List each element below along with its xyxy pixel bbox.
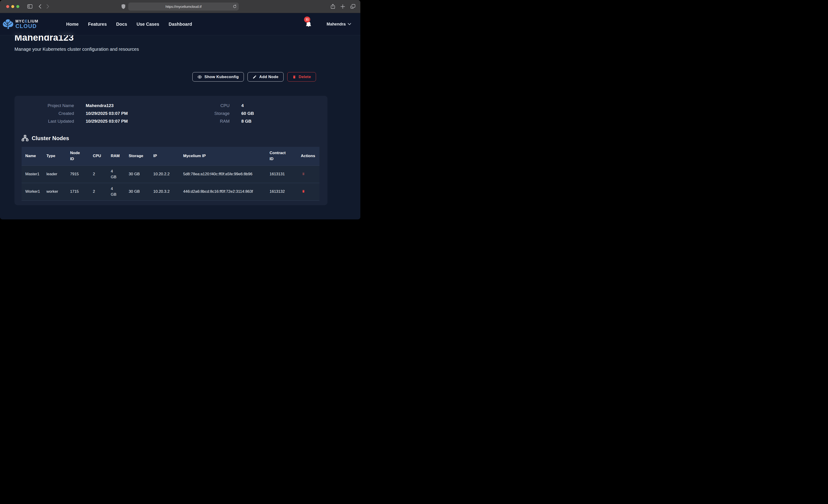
nav-link-home[interactable]: Home [66, 22, 79, 27]
column-header-cpu: CPU [93, 147, 111, 165]
mycelium-cloud-logo-icon [2, 19, 14, 30]
nodes-table-body: Master1leader791524 GB30 GB10.20.2.25d8:… [22, 165, 320, 200]
nav-link-features[interactable]: Features [88, 22, 107, 27]
cluster-nodes-heading: Cluster Nodes [22, 135, 320, 142]
cell-ram: 4 GB [111, 165, 129, 183]
page-subtitle: Manage your Kubernetes cluster configura… [14, 47, 328, 52]
delete-cluster-button[interactable]: Delete [287, 72, 316, 82]
brand-line1: MYCELIUM [15, 19, 38, 23]
nodes-table: NameTypeNode IDCPURAMStorageIPMycelium I… [22, 147, 320, 201]
main-content: Mahendra123 Manage your Kubernetes clust… [0, 13, 360, 205]
column-header-ip: IP [153, 147, 183, 165]
cell-storage: 30 GB [129, 165, 153, 183]
node-row-master1: Master1leader791524 GB30 GB10.20.2.25d8:… [22, 165, 320, 183]
zoom-window-button[interactable] [16, 5, 19, 8]
traffic-lights [6, 5, 19, 8]
cell-node-id: 7915 [70, 165, 93, 183]
nav-links: HomeFeaturesDocsUse CasesDashboard [66, 22, 192, 27]
detail-label-cpu: CPU [150, 103, 230, 108]
cell-mycelium-ip: 446:d2a6:8bcd:8c16:ff0f:72e2:3114:863f [183, 183, 270, 200]
cell-storage: 30 GB [129, 183, 153, 200]
delete-node-button[interactable] [301, 171, 306, 176]
column-header-actions: Actions [301, 147, 320, 165]
nodes-table-head-row: NameTypeNode IDCPURAMStorageIPMycelium I… [22, 147, 320, 165]
cluster-nodes-title: Cluster Nodes [32, 135, 69, 141]
detail-value-ram: 8 GB [230, 119, 320, 124]
trash-icon [302, 189, 305, 193]
share-icon [331, 4, 335, 9]
node-row-worker1: Worker1worker171524 GB30 GB10.20.3.2446:… [22, 183, 320, 200]
new-tab-button[interactable] [341, 4, 345, 9]
cluster-details-card: Project NameMahendra123CPU4Created10/29/… [14, 96, 328, 205]
add-node-label: Add Node [259, 75, 278, 79]
cell-name: Master1 [22, 165, 46, 183]
brand-line2: CLOUD [15, 24, 38, 29]
minimize-window-button[interactable] [11, 5, 14, 8]
column-header-name: Name [22, 147, 46, 165]
cell-ram: 4 GB [111, 183, 129, 200]
detail-label-last-updated: Last Updated [22, 119, 74, 124]
chevron-down-icon [348, 23, 351, 25]
cell-cpu: 2 [93, 165, 111, 183]
pencil-icon [253, 75, 257, 79]
cell-type: leader [46, 165, 70, 183]
column-header-type: Type [46, 147, 70, 165]
reload-icon [233, 4, 237, 8]
add-node-button[interactable]: Add Node [248, 72, 283, 82]
notifications-button[interactable]: 11 [306, 21, 312, 28]
url-bar[interactable]: https://myceliumcloud.tf [128, 3, 239, 10]
tabs-overview-button[interactable] [350, 4, 355, 9]
chevron-right-icon [46, 4, 49, 9]
sidebar-icon [27, 4, 32, 8]
detail-value-project-name: Mahendra123 [74, 103, 150, 108]
column-header-node-id: Node ID [70, 147, 93, 165]
reload-button[interactable] [233, 4, 237, 8]
user-menu[interactable]: Mahendra [327, 22, 351, 27]
browser-window: https://myceliumcloud.tf [0, 0, 360, 219]
cell-node-id: 1715 [70, 183, 93, 200]
trash-icon [292, 75, 296, 79]
nav-link-use-cases[interactable]: Use Cases [136, 22, 159, 27]
cell-type: worker [46, 183, 70, 200]
browser-toolbar: https://myceliumcloud.tf [0, 0, 360, 13]
detail-value-storage: 60 GB [230, 111, 320, 116]
column-header-ram: RAM [111, 147, 129, 165]
cell-cpu: 2 [93, 183, 111, 200]
forward-button[interactable] [46, 4, 49, 9]
back-button[interactable] [38, 4, 41, 9]
column-header-storage: Storage [129, 147, 153, 165]
privacy-shield-icon[interactable] [122, 4, 125, 9]
details-grid: Project NameMahendra123CPU4Created10/29/… [22, 103, 320, 124]
cell-ip: 10.20.3.2 [153, 183, 183, 200]
detail-value-last-updated: 10/29/2025 03:07 PM [74, 119, 150, 124]
share-button[interactable] [331, 4, 335, 9]
cell-mycelium-ip: 5d8:78ea:a120:f40c:ff0f:a5fe:99e6:8b96 [183, 165, 270, 183]
eye-icon [197, 75, 202, 79]
brand-logo[interactable]: MYCELIUM CLOUD [2, 19, 38, 30]
cluster-actions: Show Kubeconfig Add Node Delete [14, 72, 328, 82]
nav-link-dashboard[interactable]: Dashboard [169, 22, 192, 27]
detail-label-ram: RAM [150, 119, 230, 124]
page-viewport: MYCELIUM CLOUD HomeFeaturesDocsUse Cases… [0, 13, 360, 219]
user-name: Mahendra [327, 22, 346, 27]
nav-link-docs[interactable]: Docs [116, 22, 127, 27]
delete-node-button[interactable] [301, 189, 306, 194]
detail-value-cpu: 4 [230, 103, 320, 108]
delete-label: Delete [299, 75, 311, 79]
column-header-mycelium-ip: Mycelium IP [183, 147, 270, 165]
plus-icon [341, 4, 345, 9]
show-kubeconfig-label: Show Kubeconfig [205, 75, 239, 79]
detail-label-created: Created [22, 111, 74, 116]
detail-label-storage: Storage [150, 111, 230, 116]
cell-actions [301, 183, 320, 200]
cell-ip: 10.20.2.2 [153, 165, 183, 183]
url-text: https://myceliumcloud.tf [165, 5, 202, 8]
close-window-button[interactable] [6, 5, 9, 8]
tabs-icon [350, 4, 355, 9]
network-icon [22, 135, 29, 142]
chevron-left-icon [38, 4, 41, 9]
sidebar-toggle-button[interactable] [27, 4, 32, 8]
cell-actions [301, 165, 320, 183]
show-kubeconfig-button[interactable]: Show Kubeconfig [192, 72, 244, 82]
site-navbar: MYCELIUM CLOUD HomeFeaturesDocsUse Cases… [0, 13, 360, 35]
